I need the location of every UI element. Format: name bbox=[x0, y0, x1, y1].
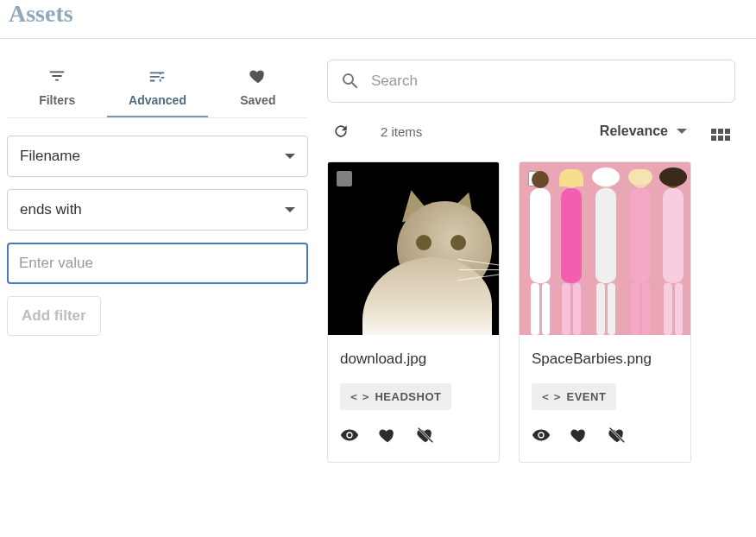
tab-label: Advanced bbox=[129, 93, 186, 107]
asset-filename: download.jpg bbox=[340, 351, 487, 368]
asset-grid: download.jpg < > HEADSHOT bbox=[327, 161, 735, 463]
tag-label: EVENT bbox=[566, 390, 606, 403]
chevron-down-icon bbox=[285, 207, 295, 212]
asset-thumbnail[interactable] bbox=[520, 162, 691, 335]
tab-label: Saved bbox=[240, 93, 275, 107]
filter-tabs: Filters Advanced Saved bbox=[7, 60, 308, 118]
tab-label: Filters bbox=[39, 93, 75, 107]
code-icon: < > bbox=[542, 390, 559, 403]
select-checkbox[interactable] bbox=[337, 171, 352, 186]
favorite-button[interactable] bbox=[570, 426, 589, 448]
search-field[interactable] bbox=[327, 60, 735, 103]
main-content: 2 items Relevance bbox=[315, 60, 756, 463]
asset-tag[interactable]: < > EVENT bbox=[532, 383, 616, 410]
page-header: Assets bbox=[0, 0, 756, 39]
page-title: Assets bbox=[9, 0, 747, 28]
heart-icon bbox=[249, 66, 268, 88]
filter-value-input[interactable] bbox=[7, 243, 308, 284]
tag-label: HEADSHOT bbox=[375, 390, 441, 403]
operator-select-value: ends with bbox=[20, 201, 82, 218]
sidebar: Filters Advanced Saved Filename bbox=[0, 60, 315, 463]
grid-icon bbox=[711, 129, 730, 141]
asset-thumbnail[interactable] bbox=[328, 162, 500, 335]
preview-button[interactable] bbox=[340, 426, 359, 448]
unfavorite-button[interactable] bbox=[416, 426, 435, 448]
code-icon: < > bbox=[350, 390, 368, 403]
search-input[interactable] bbox=[371, 73, 722, 90]
tab-advanced[interactable]: Advanced bbox=[107, 60, 207, 117]
filter-icon bbox=[47, 66, 66, 88]
asset-card[interactable]: SpaceBarbies.png < > EVENT bbox=[519, 161, 691, 463]
preview-button[interactable] bbox=[532, 426, 551, 448]
asset-card-body: download.jpg < > HEADSHOT bbox=[328, 335, 499, 462]
chevron-down-icon bbox=[677, 129, 687, 134]
add-filter-button[interactable]: Add filter bbox=[7, 296, 101, 336]
dolls-illustration bbox=[520, 162, 691, 335]
favorite-button[interactable] bbox=[378, 426, 397, 448]
operator-select[interactable]: ends with bbox=[7, 189, 308, 231]
tab-saved[interactable]: Saved bbox=[208, 60, 308, 117]
refresh-button[interactable] bbox=[332, 123, 350, 140]
search-icon bbox=[340, 71, 361, 92]
sort-select[interactable]: Relevance bbox=[600, 123, 687, 139]
results-toolbar: 2 items Relevance bbox=[327, 103, 735, 161]
asset-filename: SpaceBarbies.png bbox=[532, 351, 678, 368]
asset-tag[interactable]: < > HEADSHOT bbox=[340, 383, 451, 410]
unfavorite-button[interactable] bbox=[608, 426, 627, 448]
page-body: Filters Advanced Saved Filename bbox=[0, 39, 756, 463]
sort-label: Relevance bbox=[600, 123, 668, 139]
asset-card-body: SpaceBarbies.png < > EVENT bbox=[520, 335, 690, 462]
field-select-value: Filename bbox=[20, 148, 80, 165]
asset-card[interactable]: download.jpg < > HEADSHOT bbox=[327, 161, 500, 463]
item-count: 2 items bbox=[381, 124, 422, 139]
chevron-down-icon bbox=[285, 154, 295, 159]
asset-actions bbox=[340, 426, 487, 448]
grid-view-button[interactable] bbox=[711, 122, 730, 141]
tune-icon bbox=[148, 66, 167, 88]
asset-actions bbox=[532, 426, 678, 448]
field-select[interactable]: Filename bbox=[7, 136, 308, 177]
cat-illustration bbox=[362, 197, 500, 335]
tab-filters[interactable]: Filters bbox=[7, 60, 107, 117]
